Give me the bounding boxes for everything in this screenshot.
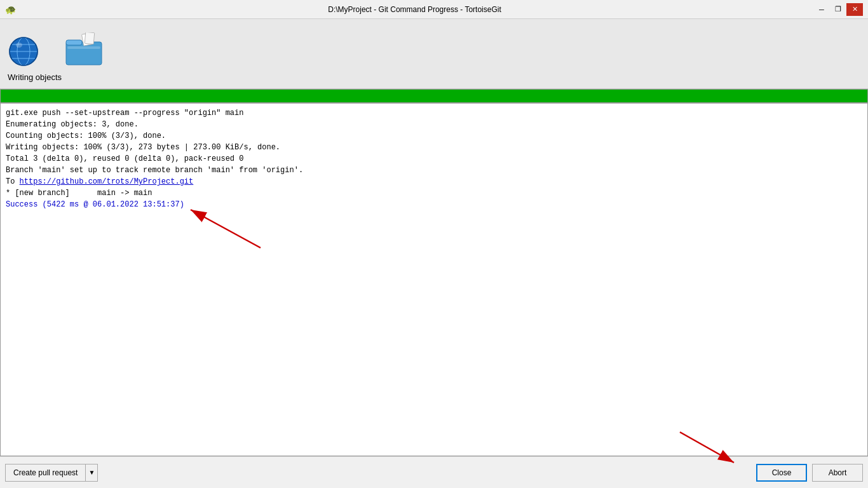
window-controls: ─ ❐ ✕ <box>813 3 863 16</box>
log-line: Branch 'main' set up to track remote bra… <box>6 165 862 176</box>
bottom-left-controls: Create pull request ▼ <box>5 464 98 482</box>
restore-button[interactable]: ❐ <box>830 3 846 16</box>
app-icon: 🐢 <box>5 4 16 15</box>
log-line: Writing objects: 100% (3/3), 273 bytes |… <box>6 142 862 153</box>
globe-icon <box>8 36 39 67</box>
log-line: Total 3 (delta 0), reused 0 (delta 0), p… <box>6 153 862 165</box>
log-line: git.exe push --set-upstream --progress "… <box>6 107 862 119</box>
svg-rect-8 <box>66 40 82 45</box>
pull-request-button[interactable]: Create pull request <box>5 464 85 482</box>
progress-bar-fill <box>1 90 867 102</box>
header-area: Writing objects <box>0 19 868 89</box>
log-line: Counting objects: 100% (3/3), done. <box>6 130 862 142</box>
log-link[interactable]: https://github.com/trots/MyProject.git <box>20 177 194 186</box>
folder-icon <box>65 32 103 67</box>
bottom-bar: Create pull request ▼ Close Abort <box>0 456 868 488</box>
minimize-button[interactable]: ─ <box>813 3 830 16</box>
bottom-right-controls: Close Abort <box>756 464 863 482</box>
close-window-button[interactable]: ✕ <box>846 3 863 16</box>
log-line: To https://github.com/trots/MyProject.gi… <box>6 176 862 187</box>
progress-bar-container <box>0 89 868 103</box>
window-title: D:\MyProject - Git Command Progress - To… <box>16 5 813 14</box>
svg-rect-11 <box>67 46 100 49</box>
pull-request-dropdown-button[interactable]: ▼ <box>85 464 98 482</box>
svg-point-6 <box>16 43 22 48</box>
title-bar: 🐢 D:\MyProject - Git Command Progress - … <box>0 0 868 19</box>
log-line: * [new branch] main -> main <box>6 187 862 199</box>
svg-rect-10 <box>85 32 95 44</box>
status-label: Writing objects <box>8 72 62 82</box>
abort-button[interactable]: Abort <box>812 464 863 482</box>
log-output: git.exe push --set-upstream --progress "… <box>0 103 868 456</box>
close-button[interactable]: Close <box>756 464 807 482</box>
log-line: Success (5422 ms @ 06.01.2022 13:51:37) <box>6 199 862 210</box>
log-line: Enumerating objects: 3, done. <box>6 119 862 130</box>
